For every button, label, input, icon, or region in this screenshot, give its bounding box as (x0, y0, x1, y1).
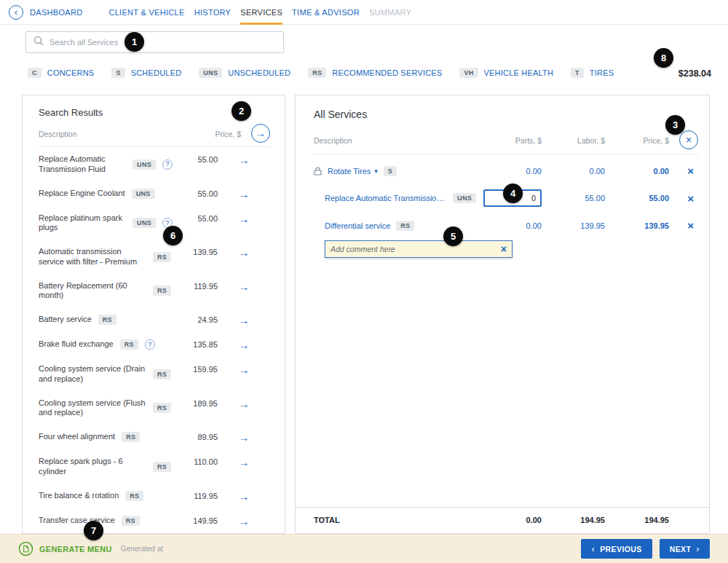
filter-vehicle-health[interactable]: VHVEHICLE HEALTH (459, 68, 553, 78)
labor-value: 139.95 (542, 221, 605, 230)
service-name: Cooling system service (Flush and replac… (39, 398, 146, 419)
search-input[interactable] (50, 38, 276, 47)
caret-down-icon[interactable]: ▾ (374, 168, 378, 175)
add-service-arrow-icon[interactable]: → (218, 516, 270, 527)
filter-recommended-services[interactable]: RSRECOMMENDED SERVICES (308, 68, 442, 78)
comment-close-icon[interactable]: × (501, 243, 507, 255)
dashboard-back-button[interactable]: ‹ DASHBOARD (9, 5, 82, 20)
price-value: 0.00 (605, 167, 669, 176)
service-name-cell: Rotate Tires ▾ S (314, 166, 476, 176)
previous-button[interactable]: ‹ PREVIOUS (581, 539, 652, 559)
search-result-row: Battery service RS 24.95 → (39, 307, 270, 332)
next-button[interactable]: NEXT › (660, 539, 710, 559)
filter-tires[interactable]: TTIRES (571, 68, 614, 78)
grand-total: $238.04 (678, 68, 711, 79)
service-name: Replace Engine Coolant (39, 189, 125, 199)
move-all-arrow-icon[interactable]: → (251, 124, 270, 143)
service-advisor-app: ‹ DASHBOARD CLIENT & VEHICLEHISTORYSERVI… (0, 0, 728, 563)
add-service-arrow-icon[interactable]: → (218, 339, 270, 350)
filter-unscheduled[interactable]: UNSUNSCHEDULED (199, 68, 290, 78)
generated-at-label: Generated at (121, 545, 163, 553)
filter-label: SCHEDULED (131, 68, 182, 77)
search-box[interactable] (25, 31, 284, 53)
service-name: Transfer case service (39, 516, 115, 526)
service-info: Battery Replacement (60 month) RS (39, 281, 173, 302)
service-type-badge: UNS (453, 193, 476, 203)
filter-scheduled[interactable]: SSCHEDULED (111, 68, 181, 78)
remove-service-icon[interactable]: × (669, 165, 698, 176)
filter-concerns[interactable]: CCONCERNS (28, 68, 94, 78)
add-service-arrow-icon[interactable]: → (218, 398, 270, 409)
remove-service-icon[interactable]: × (669, 193, 698, 204)
service-price: 55.00 (173, 154, 218, 164)
filter-label: CONCERNS (47, 68, 95, 77)
service-type-badge: UNS (132, 189, 155, 199)
top-nav-items: CLIENT & VEHICLEHISTORYSERVICESTIME & AD… (108, 0, 411, 25)
parts-value: 0.00 (476, 221, 542, 230)
add-service-arrow-icon[interactable]: → (218, 364, 270, 375)
nav-item-summary: SUMMARY (369, 0, 411, 25)
search-result-row: Brake fluid exchange RS ? 135.85 → (39, 332, 270, 357)
back-icon[interactable]: ‹ (9, 5, 23, 20)
help-icon[interactable]: ? (145, 339, 155, 350)
search-result-row: Transfer case service RS 149.95 → (39, 508, 270, 533)
add-service-arrow-icon[interactable]: → (218, 154, 270, 165)
callout-3: 3 (665, 115, 685, 135)
service-link[interactable]: Rotate Tires (328, 167, 371, 176)
service-name-cell: Replace Automatic Transmission Fluid UNS (314, 193, 476, 203)
service-type-badge: UNS (132, 218, 156, 228)
total-label: TOTAL (314, 516, 476, 524)
total-row: TOTAL 0.00 194.95 194.95 (296, 507, 709, 524)
remove-service-icon[interactable]: × (669, 220, 698, 231)
labor-value: 0.00 (542, 167, 605, 176)
top-nav: ‹ DASHBOARD CLIENT & VEHICLEHISTORYSERVI… (0, 0, 728, 25)
filter-badge: C (28, 68, 41, 78)
service-type-badge: RS (122, 516, 140, 526)
remove-all-icon[interactable]: × (679, 130, 698, 149)
col-description: Description (39, 130, 215, 138)
service-info: Cooling system service (Flush and replac… (39, 398, 173, 419)
comment-box[interactable]: Add comment here × (325, 240, 513, 258)
filter-badge: S (111, 68, 124, 78)
price-value: 139.95 (605, 221, 669, 230)
add-service-arrow-icon[interactable]: → (218, 213, 270, 224)
search-result-row: Cooling system service (Drain and replac… (39, 357, 270, 391)
service-info: Brake fluid exchange RS ? (39, 339, 173, 350)
generate-menu-button[interactable]: GENERATE MENU (39, 545, 112, 554)
all-services-title: All Services (296, 95, 709, 120)
service-type-badge: RS (122, 432, 140, 442)
comment-placeholder: Add comment here (331, 245, 501, 253)
dashboard-label: DASHBOARD (30, 8, 82, 17)
add-service-arrow-icon[interactable]: → (218, 432, 270, 443)
service-price: 110.00 (173, 457, 218, 466)
add-service-arrow-icon[interactable]: → (218, 457, 270, 468)
service-link[interactable]: Replace Automatic Transmission Fluid (325, 194, 447, 202)
total-labor: 194.95 (542, 516, 605, 524)
generate-menu-icon (18, 541, 33, 556)
service-price: 55.00 (173, 189, 218, 198)
add-service-arrow-icon[interactable]: → (218, 189, 270, 200)
service-type-badge: RS (98, 315, 116, 325)
lock-icon (314, 167, 322, 176)
nav-item-services[interactable]: SERVICES (240, 0, 282, 25)
filter-badge: UNS (199, 68, 222, 78)
service-info: Battery service RS (39, 315, 173, 325)
add-service-arrow-icon[interactable]: → (218, 491, 270, 502)
service-name: Replace Automatic Transmission Fluid (39, 154, 126, 175)
help-icon[interactable]: ? (162, 160, 173, 170)
service-info: Replace Engine Coolant UNS (39, 189, 173, 199)
service-type-badge: RS (153, 403, 171, 413)
filter-label: UNSCHEDULED (228, 68, 290, 77)
service-type-badge: RS (396, 221, 414, 231)
service-price: 139.95 (173, 247, 218, 256)
service-link[interactable]: Differential service (325, 221, 390, 230)
nav-item-time-advisor[interactable]: TIME & ADVISOR (292, 0, 360, 25)
add-service-arrow-icon[interactable]: → (218, 315, 270, 326)
nav-item-client-vehicle[interactable]: CLIENT & VEHICLE (108, 0, 184, 25)
add-service-arrow-icon[interactable]: → (218, 247, 270, 258)
search-icon (33, 36, 44, 49)
service-price: 189.95 (173, 398, 218, 408)
add-service-arrow-icon[interactable]: → (218, 281, 270, 292)
nav-item-history[interactable]: HISTORY (194, 0, 232, 25)
filter-badge: T (571, 68, 584, 78)
